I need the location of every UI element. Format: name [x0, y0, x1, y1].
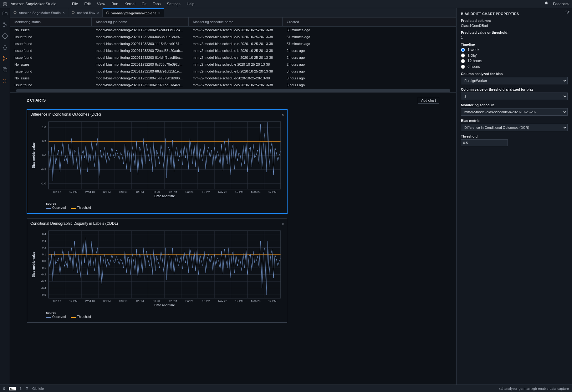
table-header[interactable]: Monitoring status [10, 18, 91, 27]
timeline-option[interactable]: 6 hours [461, 64, 568, 69]
status-cell: No issues [10, 61, 91, 68]
table-row[interactable]: No issuesmodel-bias-monitoring-202011232… [10, 75, 456, 82]
table-header[interactable]: Created [282, 18, 456, 27]
predicted-value-label: Predicted value or threshold: [461, 31, 568, 34]
close-icon[interactable]: × [158, 11, 161, 15]
status-cell: No issues [10, 75, 91, 82]
schedule-cell: mm-v2-model-bias-schedule-2020-10-25-20-… [188, 61, 282, 68]
job-cell: model-bias-monitoring-202011232200-014d4… [91, 54, 188, 61]
menu-view[interactable]: View [94, 2, 108, 6]
timeline-option[interactable]: 1 week [461, 48, 568, 52]
metric-select[interactable]: Difference in Conditional Outcomes (DCR) [461, 124, 568, 131]
commands-icon[interactable] [2, 33, 8, 39]
aws-logo-icon [3, 2, 8, 7]
table-scrollbar[interactable] [16, 89, 450, 92]
svg-text:12 PM: 12 PM [268, 299, 276, 303]
close-icon[interactable]: × [282, 222, 284, 226]
svg-text:Wed 18: Wed 18 [85, 299, 95, 303]
table-row[interactable]: Issue foundmodel-bias-monitoring-2020112… [10, 47, 456, 54]
close-icon[interactable]: × [97, 11, 99, 15]
svg-text:-0.1: -0.1 [41, 266, 46, 269]
status-settings-icon[interactable]: ⚙ [25, 386, 28, 390]
table-row[interactable]: No issuesmodel-bias-monitoring-202011232… [10, 27, 456, 34]
close-icon[interactable]: × [282, 113, 284, 117]
svg-text:-0.4: -0.4 [41, 287, 46, 290]
svg-text:1.0: 1.0 [42, 126, 46, 129]
table-header[interactable]: Monitoring job name [91, 18, 188, 27]
timeline-option[interactable]: 1 day [461, 53, 568, 58]
folder-icon[interactable] [2, 11, 8, 16]
menu-run[interactable]: Run [108, 2, 121, 6]
job-cell: model-bias-monitoring-202011232300-cc7ca… [91, 27, 188, 34]
threshold-input[interactable] [461, 139, 508, 146]
table-row[interactable]: Issue foundmodel-bias-monitoring-2020112… [10, 40, 456, 47]
menu-edit[interactable]: Edit [81, 2, 94, 6]
timeline-radio[interactable] [461, 48, 465, 52]
settings-gear-icon[interactable] [565, 9, 570, 15]
menu-kernel[interactable]: Kernel [121, 2, 139, 6]
endpoints-icon[interactable] [2, 56, 8, 61]
svg-point-1 [4, 3, 6, 5]
svg-text:Mon 23: Mon 23 [251, 299, 260, 303]
table-row[interactable]: Issue foundmodel-bias-monitoring-2020112… [10, 54, 456, 61]
schedule-cell: mm-v2-model-bias-schedule-2020-10-25-20-… [188, 75, 282, 82]
svg-point-11 [14, 11, 16, 14]
add-chart-button[interactable]: Add chart [418, 97, 439, 104]
column-bias-select[interactable]: ForeignWorker [461, 77, 568, 84]
tab-0[interactable]: Amazon SageMaker Studio× [10, 8, 68, 17]
notification-icon[interactable] [544, 1, 549, 7]
documents-icon[interactable] [2, 67, 8, 73]
svg-text:Fri 20: Fri 20 [153, 190, 160, 193]
menu-tabs[interactable]: Tabs [150, 2, 164, 6]
predicted-value-value: 1 [461, 36, 568, 39]
tab-label: Amazon SageMaker Studio [19, 11, 61, 15]
git-icon[interactable] [2, 22, 8, 28]
pipeline-icon[interactable] [2, 78, 8, 84]
tab-1[interactable]: untitled.flow× [68, 8, 103, 17]
predicted-column-value: Class1Good2Bad [461, 24, 568, 28]
schedule-select[interactable]: mm-v2-model-bias-schedule-n-2020-10-25-2… [461, 108, 568, 116]
chart-card-0[interactable]: Difference in Conditional Outcomes (DCR)… [27, 109, 287, 214]
chart-legend: sourceObservedThreshold [46, 311, 284, 319]
job-cell: model-bias-monitoring-202011232300-1115d… [91, 40, 188, 47]
svg-text:12 PM: 12 PM [169, 299, 177, 303]
menu-settings[interactable]: Settings [164, 2, 183, 6]
experiments-icon[interactable] [2, 44, 8, 50]
timeline-radio[interactable] [461, 59, 465, 63]
timeline-radio[interactable] [461, 65, 465, 69]
table-header[interactable]: Monitoring schedule name [188, 18, 282, 27]
table-row[interactable]: Issue foundmodel-bias-monitoring-2020112… [10, 33, 456, 40]
svg-text:Fri 20: Fri 20 [153, 299, 160, 303]
menu-file[interactable]: File [69, 2, 81, 6]
schedule-cell: mm-v2-model-bias-schedule-n-2020-10-25-2… [188, 27, 282, 34]
svg-text:-1.0: -1.0 [41, 182, 46, 185]
svg-text:Date and time: Date and time [154, 304, 175, 307]
table-row[interactable]: No issuesmodel-bias-monitoring-202011232… [10, 61, 456, 68]
table-row[interactable]: Issue foundmodel-bias-monitoring-2020112… [10, 82, 456, 88]
timeline-option[interactable]: 12 hours [461, 59, 568, 63]
svg-text:0.1: 0.1 [42, 253, 46, 256]
feedback-link[interactable]: Feedback [553, 2, 569, 6]
schedule-cell: mm-v2-model-bias-schedule-b-2020-10-25-2… [188, 82, 282, 88]
timeline-radio[interactable] [461, 53, 465, 58]
tab-label: xai-analyzer-german-xgb-ena [111, 11, 156, 15]
svg-text:0.4: 0.4 [42, 233, 46, 236]
svg-text:12 PM: 12 PM [202, 190, 210, 193]
tab-2[interactable]: xai-analyzer-german-xgb-ena× [103, 8, 164, 17]
svg-text:12 PM: 12 PM [135, 190, 144, 193]
menu-git[interactable]: Git [139, 2, 150, 6]
created-cell: 57 minutes ago [282, 33, 456, 40]
svg-text:Tue 17: Tue 17 [53, 190, 61, 193]
close-icon[interactable]: × [63, 11, 65, 15]
chart-card-1[interactable]: Conditional Demographic Disparity in Lab… [27, 219, 287, 323]
chart-title: Conditional Demographic Disparity in Lab… [30, 221, 284, 226]
svg-text:12 PM: 12 PM [202, 299, 210, 303]
menu-help[interactable]: Help [184, 2, 198, 6]
table-row[interactable]: Issue foundmodel-bias-monitoring-2020112… [10, 68, 456, 75]
status-s: s... [9, 387, 16, 390]
column-value-select[interactable]: 1 [461, 93, 568, 100]
schedule-cell: mm-v2-model-bias-schedule-b-2020-10-25-2… [188, 68, 282, 75]
svg-text:-0.2: -0.2 [41, 273, 46, 276]
svg-point-12 [72, 11, 74, 14]
schedule-cell: mm-v2-model-bias-schedule-n-2020-10-25-2… [188, 40, 282, 47]
